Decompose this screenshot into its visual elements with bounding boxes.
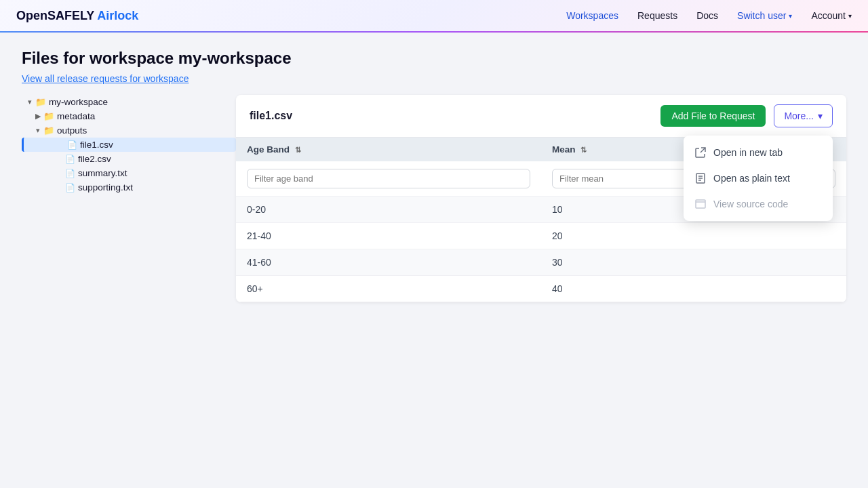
- code-icon: [694, 198, 707, 210]
- mean-col-label: Mean: [552, 144, 576, 155]
- open-new-tab-label: Open in new tab: [713, 147, 783, 158]
- table-row: 41-60 30: [236, 249, 846, 276]
- nav-docs[interactable]: Docs: [696, 10, 718, 21]
- nav-account[interactable]: Account ▾: [811, 10, 852, 21]
- age-band-cell: 0-20: [236, 197, 541, 223]
- age-band-col-label: Age Band: [247, 144, 290, 155]
- workspace-root-label: my-workspace: [49, 97, 108, 107]
- main-nav: Workspaces Requests Docs Switch user ▾ A…: [566, 10, 852, 21]
- view-release-requests-link[interactable]: View all release requests for workspace: [22, 73, 189, 84]
- more-button[interactable]: More... ▾: [774, 104, 833, 127]
- file2csv-label: file2.csv: [78, 154, 111, 164]
- main-layout: ▾ 📁 my-workspace ▶ 📁 metadata ▾ 📁 output…: [22, 95, 846, 302]
- add-file-to-request-button[interactable]: Add File to Request: [660, 105, 766, 127]
- table-row: 60+ 40: [236, 276, 846, 302]
- metadata-folder-icon: 📁: [43, 111, 54, 121]
- metadata-folder-label: metadata: [57, 111, 95, 121]
- outputs-folder-icon: 📁: [43, 125, 54, 136]
- outputs-folder-label: outputs: [57, 125, 87, 136]
- external-link-icon: [694, 146, 707, 159]
- mean-cell: 30: [541, 249, 846, 276]
- file-text-icon: [694, 172, 707, 184]
- tree-metadata-folder[interactable]: ▶ 📁 metadata: [22, 109, 236, 123]
- tree-file-file1csv[interactable]: 📄 file1.csv: [22, 138, 236, 152]
- supportingtxt-label: supporting.txt: [78, 182, 133, 192]
- workspace-folder-icon: 📁: [35, 97, 46, 107]
- tree-file-file2csv[interactable]: 📄 file2.csv: [22, 152, 236, 166]
- svg-rect-2: [696, 200, 705, 208]
- tree-toggle-outputs: ▾: [33, 126, 43, 135]
- file-panel-header: file1.csv Add File to Request More... ▾: [236, 95, 846, 138]
- view-source-code-label: View source code: [713, 199, 788, 209]
- tree-toggle-workspace: ▾: [24, 98, 35, 106]
- tree-toggle-metadata: ▶: [33, 112, 43, 121]
- file-panel: file1.csv Add File to Request More... ▾ …: [236, 95, 846, 302]
- age-band-sort-icon[interactable]: ⇅: [295, 146, 301, 154]
- mean-cell: 20: [541, 223, 846, 249]
- logo: OpenSAFELY Airlock: [16, 9, 138, 23]
- svg-line-0: [701, 148, 705, 152]
- table-row: 21-40 20: [236, 223, 846, 249]
- mean-cell: 40: [541, 276, 846, 302]
- page-title: Files for workspace my-workspace: [22, 49, 846, 68]
- age-band-cell: 60+: [236, 276, 541, 302]
- logo-opensafely: OpenSAFELY: [16, 9, 94, 23]
- summarytxt-label: summary.txt: [78, 168, 127, 178]
- header: OpenSAFELY Airlock Workspaces Requests D…: [0, 0, 868, 33]
- more-button-label: More...: [784, 110, 814, 121]
- column-header-age-band: Age Band ⇅: [236, 138, 541, 161]
- open-plain-text-label: Open as plain text: [713, 173, 790, 184]
- summarytxt-icon: 📄: [65, 169, 75, 178]
- tree-file-summarytxt[interactable]: 📄 summary.txt: [22, 166, 236, 180]
- page-subtitle: View all release requests for workspace: [22, 73, 846, 84]
- nav-requests[interactable]: Requests: [637, 10, 677, 21]
- mean-sort-icon[interactable]: ⇅: [580, 146, 587, 154]
- file1csv-icon: 📄: [67, 140, 77, 150]
- file-tree-sidebar: ▾ 📁 my-workspace ▶ 📁 metadata ▾ 📁 output…: [22, 95, 236, 302]
- dropdown-view-source-code[interactable]: View source code: [684, 191, 833, 217]
- nav-workspaces[interactable]: Workspaces: [566, 10, 618, 21]
- dropdown-open-plain-text[interactable]: Open as plain text: [684, 165, 833, 191]
- page-content: Files for workspace my-workspace View al…: [0, 33, 868, 319]
- more-dropdown-menu: Open in new tab Open as plain text: [684, 136, 833, 221]
- file-panel-actions: Add File to Request More... ▾: [660, 104, 833, 127]
- logo-airlock: Airlock: [97, 9, 138, 23]
- filter-cell-age-band: [236, 161, 541, 197]
- nav-switch-user[interactable]: Switch user ▾: [737, 10, 792, 21]
- account-chevron-icon: ▾: [848, 12, 852, 20]
- tree-file-supportingtxt[interactable]: 📄 supporting.txt: [22, 180, 236, 195]
- tree-workspace-root[interactable]: ▾ 📁 my-workspace: [22, 95, 236, 109]
- dropdown-open-new-tab[interactable]: Open in new tab: [684, 140, 833, 165]
- more-chevron-icon: ▾: [818, 110, 823, 121]
- switch-user-chevron-icon: ▾: [789, 12, 792, 20]
- supportingtxt-icon: 📄: [65, 183, 75, 192]
- file2csv-icon: 📄: [65, 155, 75, 164]
- file-panel-filename: file1.csv: [250, 110, 292, 122]
- age-band-filter-input[interactable]: [247, 169, 530, 188]
- age-band-cell: 41-60: [236, 249, 541, 276]
- file1csv-label: file1.csv: [80, 140, 113, 150]
- tree-outputs-folder[interactable]: ▾ 📁 outputs: [22, 123, 236, 138]
- age-band-cell: 21-40: [236, 223, 541, 249]
